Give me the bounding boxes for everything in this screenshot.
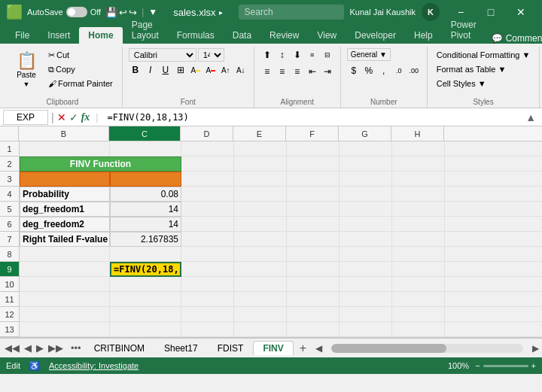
col-header-c[interactable]: C bbox=[109, 126, 181, 141]
tab-formulas[interactable]: Formulas bbox=[168, 27, 224, 44]
cell-h7[interactable] bbox=[392, 232, 445, 247]
cancel-formula-button[interactable]: ✕ bbox=[57, 111, 66, 123]
cell-d6[interactable] bbox=[181, 217, 234, 232]
horizontal-scrollbar[interactable] bbox=[331, 344, 523, 353]
cell-f11[interactable] bbox=[287, 292, 340, 307]
cell-f7[interactable] bbox=[287, 232, 340, 247]
cell-f1[interactable] bbox=[287, 141, 340, 156]
formula-expand-button[interactable]: ▲ bbox=[522, 111, 539, 123]
sheet-tab-fdist[interactable]: FDIST bbox=[208, 341, 254, 355]
cell-c13[interactable] bbox=[110, 322, 181, 337]
cell-e9[interactable] bbox=[234, 262, 287, 277]
cell-h5[interactable] bbox=[392, 202, 445, 217]
cell-d5[interactable] bbox=[181, 202, 234, 217]
cell-c11[interactable] bbox=[110, 292, 181, 307]
cell-f5[interactable] bbox=[287, 202, 340, 217]
cell-c4[interactable]: 0.08 bbox=[110, 187, 181, 202]
autosave-toggle-switch[interactable] bbox=[66, 7, 87, 17]
cell-c9[interactable]: =FINV(20,18,13) bbox=[110, 262, 181, 277]
cell-d8[interactable] bbox=[181, 247, 234, 262]
zoom-control[interactable]: − + bbox=[475, 361, 536, 370]
col-header-b[interactable]: B bbox=[19, 126, 109, 141]
cell-d10[interactable] bbox=[181, 277, 234, 292]
italic-button[interactable]: I bbox=[144, 63, 157, 77]
cell-f8[interactable] bbox=[287, 247, 340, 262]
cell-e1[interactable] bbox=[234, 141, 287, 156]
row-header-13[interactable]: 13 bbox=[0, 322, 19, 337]
cell-e2[interactable] bbox=[234, 156, 287, 172]
decrease-indent-button[interactable]: ⇤ bbox=[306, 65, 319, 78]
comments-button[interactable]: 💬 Comments bbox=[486, 33, 542, 44]
cell-b13[interactable] bbox=[20, 322, 110, 337]
row-header-5[interactable]: 5 bbox=[0, 202, 19, 217]
cell-f2[interactable] bbox=[287, 156, 340, 172]
cell-h4[interactable] bbox=[392, 187, 445, 202]
cell-e12[interactable] bbox=[234, 307, 287, 322]
cell-b5[interactable]: deg_freedom1 bbox=[20, 202, 110, 217]
cell-h11[interactable] bbox=[392, 292, 445, 307]
cell-b12[interactable] bbox=[20, 307, 110, 322]
cell-d7[interactable] bbox=[181, 232, 234, 247]
cell-c5[interactable]: 14 bbox=[110, 202, 181, 217]
cell-c1[interactable] bbox=[110, 141, 181, 156]
font-name-select[interactable]: Calibri bbox=[129, 48, 196, 62]
cell-d4[interactable] bbox=[181, 187, 234, 202]
row-header-8[interactable]: 8 bbox=[0, 247, 19, 262]
cell-e8[interactable] bbox=[234, 247, 287, 262]
tab-developer[interactable]: Developer bbox=[346, 27, 405, 44]
decrease-font-button[interactable]: A↓ bbox=[234, 63, 248, 77]
cell-c10[interactable] bbox=[110, 277, 181, 292]
merge-button[interactable]: ⊟ bbox=[321, 48, 334, 62]
tab-view[interactable]: View bbox=[308, 27, 346, 44]
sheet-tab-sheet17[interactable]: Sheet17 bbox=[154, 341, 208, 355]
col-header-g[interactable]: G bbox=[339, 126, 391, 141]
tab-home[interactable]: Home bbox=[79, 27, 122, 44]
cell-b6[interactable]: deg_freedom2 bbox=[20, 217, 110, 232]
cell-e5[interactable] bbox=[234, 202, 287, 217]
increase-decimal-button[interactable]: .0 bbox=[392, 64, 406, 77]
sheet-tab-finv[interactable]: FINV bbox=[253, 341, 293, 355]
cell-h13[interactable] bbox=[392, 322, 445, 337]
cell-b1[interactable] bbox=[20, 141, 110, 156]
add-sheet-button[interactable]: + bbox=[294, 340, 312, 357]
cell-f10[interactable] bbox=[287, 277, 340, 292]
row-header-9[interactable]: 9 bbox=[0, 262, 19, 277]
cell-e11[interactable] bbox=[234, 292, 287, 307]
cell-f9[interactable] bbox=[287, 262, 340, 277]
cell-g13[interactable] bbox=[340, 322, 392, 337]
align-center-button[interactable]: ≡ bbox=[276, 65, 289, 78]
cell-g4[interactable] bbox=[340, 187, 392, 202]
cell-g12[interactable] bbox=[340, 307, 392, 322]
font-size-select[interactable]: 14 bbox=[198, 48, 224, 62]
row-header-2[interactable]: 2 bbox=[0, 156, 19, 172]
cell-h1[interactable] bbox=[392, 141, 445, 156]
cell-h10[interactable] bbox=[392, 277, 445, 292]
insert-function-button[interactable]: fx bbox=[81, 111, 90, 123]
format-painter-button[interactable]: 🖌 Format Painter bbox=[45, 77, 116, 90]
cell-h12[interactable] bbox=[392, 307, 445, 322]
cell-f12[interactable] bbox=[287, 307, 340, 322]
cell-c6[interactable]: 14 bbox=[110, 217, 181, 232]
cell-d1[interactable] bbox=[181, 141, 234, 156]
fill-color-button[interactable]: A▬ bbox=[189, 63, 202, 77]
align-middle-button[interactable]: ↕ bbox=[276, 48, 289, 62]
tab-review[interactable]: Review bbox=[260, 27, 308, 44]
cell-g10[interactable] bbox=[340, 277, 392, 292]
cell-c7[interactable]: 2.167835 bbox=[110, 232, 181, 247]
confirm-formula-button[interactable]: ✓ bbox=[69, 111, 78, 123]
cell-g8[interactable] bbox=[340, 247, 392, 262]
cell-g2[interactable] bbox=[340, 156, 392, 172]
search-input[interactable] bbox=[239, 5, 344, 20]
row-header-10[interactable]: 10 bbox=[0, 277, 19, 292]
name-box[interactable] bbox=[3, 110, 48, 125]
cell-b2[interactable]: FINV Function bbox=[20, 156, 181, 172]
row-header-4[interactable]: 4 bbox=[0, 187, 19, 202]
autosave-toggle[interactable]: AutoSave Off bbox=[27, 7, 101, 17]
cell-e3[interactable] bbox=[234, 172, 287, 187]
cell-d3[interactable] bbox=[181, 172, 234, 187]
font-color-button[interactable]: A▬ bbox=[204, 63, 218, 77]
zoom-in-icon[interactable]: + bbox=[531, 361, 536, 370]
bold-button[interactable]: B bbox=[129, 63, 142, 77]
decrease-decimal-button[interactable]: .00 bbox=[407, 64, 421, 77]
cell-g6[interactable] bbox=[340, 217, 392, 232]
